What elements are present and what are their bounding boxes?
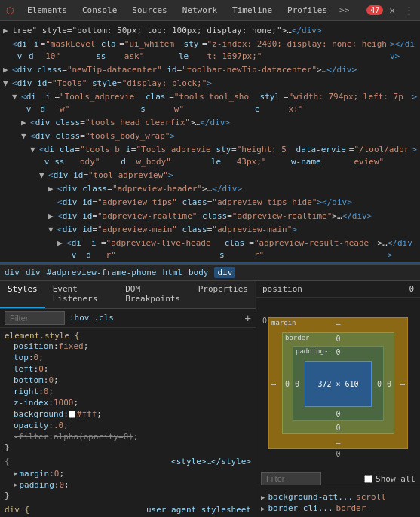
style-line-zindex: z-index : 1000 ;	[5, 397, 251, 408]
html-line-3[interactable]: ▶ <div class="newTip-datacenter" id="too…	[0, 63, 420, 77]
show-all-label[interactable]: Show all	[376, 474, 415, 484]
html-line-11[interactable]: ▶ <div id="adpreview-tips" class="adprev…	[0, 196, 420, 210]
style-tag-link[interactable]: <style>…</style>	[171, 457, 251, 467]
user-agent-rule: div { user agent stylesheet display : bl…	[5, 505, 251, 518]
html-line-2[interactable]: ▶ <div id="maskLevel10" class="ui_whitem…	[0, 38, 420, 63]
html-line-5[interactable]: ▼ <div id="Tools_adpreview" class="tools…	[0, 90, 420, 116]
expand-arrow-7[interactable]: ▼	[21, 130, 30, 142]
devtools-icon[interactable]: ⬡	[3, 5, 17, 16]
expand-arrow[interactable]: ▶	[3, 25, 12, 37]
margin-bottom-val: –	[336, 439, 340, 447]
expand-arrow-12[interactable]: ▶	[48, 210, 57, 222]
expand-arrow-9[interactable]: ▼	[39, 170, 48, 182]
style-line-display: display : block ;	[5, 515, 251, 518]
expand-arrow-5[interactable]: ▼	[12, 91, 21, 103]
style-line-right: right : 0 ;	[5, 386, 251, 397]
bottom-section: Styles Event Listeners DOM Breakpoints P…	[0, 281, 420, 518]
box-props-area: ▶ background-att... scroll ▶ border-cli.…	[256, 488, 420, 517]
breadcrumb-adpreview[interactable]: #adpreview-frame-phone	[47, 268, 157, 277]
box-model-area: margin – – – – border 0 0 0 0	[256, 298, 420, 470]
expand-arrow-11: ▶	[48, 197, 57, 209]
html-tree-panel: ▶ tree" style="bottom: 50px; top: 100px;…	[0, 21, 420, 265]
style-tag-rule: { <style>…</style> ▶ margin : 0 ; ▶ padd…	[5, 457, 251, 500]
html-line-10[interactable]: ▶ <div class="adpreview-header" >…</div>	[0, 182, 420, 196]
filter-hov-button[interactable]: :hov	[69, 313, 90, 323]
html-line-4[interactable]: ▼ <div id="Tools" style="display: block;…	[0, 77, 420, 90]
show-all-checkbox[interactable]	[364, 475, 372, 483]
border-left-val: 0	[285, 379, 290, 387]
box-position-label: position	[262, 284, 302, 294]
html-line-9[interactable]: ▼ <div id="tool-adpreview" >	[0, 169, 420, 182]
padding-left-val: 0	[295, 379, 299, 387]
tab-elements[interactable]: Elements	[20, 0, 75, 21]
padding-bottom-val: 0	[336, 410, 340, 418]
tab-network[interactable]: Network	[175, 0, 225, 21]
expand-arrow-4[interactable]: ▼	[3, 78, 12, 90]
tab-console[interactable]: Console	[75, 0, 124, 21]
ua-selector: div {	[5, 505, 29, 515]
styles-content: element.style { position : fixed ; top :…	[0, 328, 256, 518]
style-line-top: top : 0 ;	[5, 352, 251, 363]
tab-sources[interactable]: Sources	[124, 0, 174, 21]
expand-arrow-6[interactable]: ▶	[21, 117, 30, 129]
more-options-icon[interactable]: ⋮	[401, 5, 417, 16]
margin-label: margin	[271, 319, 296, 326]
html-line-7[interactable]: ▼ <div class="tools_body_wrap" >	[0, 130, 420, 143]
box-filter-input[interactable]	[261, 472, 321, 485]
arrow-icon-2: ▶	[14, 481, 17, 488]
box-position-header: position 0	[256, 281, 420, 298]
expand-arrow-3[interactable]: ▶	[3, 64, 12, 76]
style-line-padding: ▶ padding : 0 ;	[5, 479, 251, 491]
border-top-val: 0	[336, 335, 340, 343]
add-style-button[interactable]: +	[245, 312, 251, 324]
filter-row: :hov .cls +	[0, 309, 256, 328]
breadcrumb-div2[interactable]: div	[26, 268, 41, 277]
prop-arrow-1: ▶	[261, 494, 265, 501]
ua-source: user agent stylesheet	[146, 505, 251, 515]
filter-input[interactable]	[5, 311, 65, 325]
html-line-14[interactable]: ▶ <div id="adpreview-live-header" class=…	[0, 237, 420, 262]
element-style-rule: element.style { position : fixed ; top :…	[5, 331, 251, 452]
padding-label: padding-	[296, 347, 328, 355]
tab-timeline[interactable]: Timeline	[225, 0, 280, 21]
color-swatch[interactable]	[69, 411, 75, 418]
border-label: border	[285, 334, 310, 341]
tab-properties[interactable]: Properties	[191, 281, 256, 308]
filter-cls-button[interactable]: .cls	[94, 313, 115, 323]
html-line-8[interactable]: ▼ <div class="tools_body" id="Tools_adpr…	[0, 143, 420, 169]
html-line-13[interactable]: ▼ <div id="adpreview-main" class="adprev…	[0, 223, 420, 237]
style-tag-source: {	[5, 457, 10, 467]
breadcrumb-html[interactable]: html	[162, 268, 182, 277]
tab-bar-right: 47 ✕ ⋮	[366, 5, 417, 16]
expand-arrow-8[interactable]: ▼	[30, 144, 39, 156]
expand-arrow-10[interactable]: ▶	[48, 183, 57, 195]
tab-styles[interactable]: Styles	[0, 281, 45, 308]
expand-arrow-2: ▶	[3, 38, 12, 50]
breadcrumb-div1[interactable]: div	[5, 268, 20, 277]
box-prop-row-2: ▶ border-cli... border-	[261, 503, 415, 514]
style-line-filter: -filter : alpha(opacity=0) ;	[5, 431, 251, 442]
expand-arrow-14[interactable]: ▶	[57, 237, 66, 249]
html-line-12[interactable]: ▶ <div id="adpreview-realtime" class="ad…	[0, 210, 420, 223]
style-line-background: background : #fff ;	[5, 408, 251, 420]
prop-name-1: background-att...	[268, 492, 353, 502]
html-line-1[interactable]: ▶ tree" style="bottom: 50px; top: 100px;…	[0, 24, 420, 38]
close-devtools-icon[interactable]: ✕	[386, 5, 398, 16]
breadcrumb-body[interactable]: body	[189, 268, 209, 277]
expand-arrow-13[interactable]: ▼	[48, 224, 57, 236]
tab-more[interactable]: >>	[335, 5, 354, 15]
show-all-btn: Show all	[364, 474, 415, 484]
style-selector: element.style {	[5, 331, 79, 341]
tab-profiles[interactable]: Profiles	[280, 0, 335, 21]
tab-list: ⬡ Elements Console Sources Network Timel…	[3, 0, 354, 21]
border-right-val: 0	[387, 379, 391, 387]
tab-event-listeners[interactable]: Event Listeners	[45, 281, 118, 308]
tab-dom-breakpoints[interactable]: DOM Breakpoints	[118, 281, 191, 308]
margin-right-val: –	[400, 379, 405, 387]
html-line-6[interactable]: ▶ <div class="tools_head clearfix" >…</d…	[0, 116, 420, 130]
content-layer: 372 × 610	[305, 361, 372, 407]
breadcrumb-div-active[interactable]: div	[214, 267, 235, 278]
box-model-diagram: margin – – – – border 0 0 0 0	[268, 317, 408, 449]
prop-value-2: border-	[336, 503, 371, 513]
style-line-position: position : fixed ;	[5, 341, 251, 352]
